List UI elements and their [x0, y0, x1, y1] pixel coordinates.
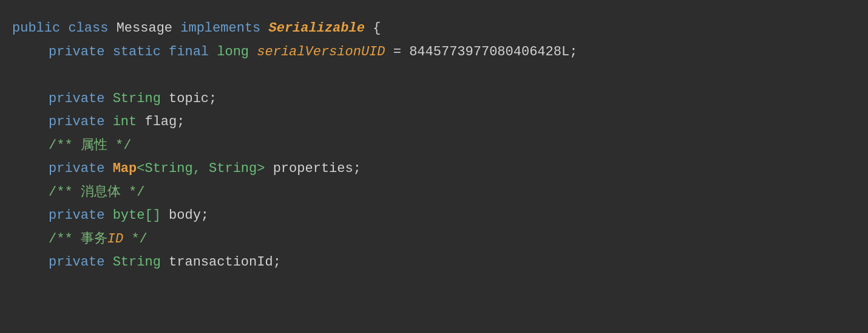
code-token: private — [49, 204, 104, 228]
code-token: ; — [353, 157, 361, 181]
code-token — [104, 41, 112, 64]
code-token: <String, String> — [137, 157, 265, 181]
code-token: */ — [123, 228, 147, 252]
code-token — [104, 157, 112, 181]
code-token: private — [49, 111, 104, 134]
code-token — [209, 41, 217, 64]
code-line-line3 — [12, 64, 856, 88]
code-token: ; — [201, 204, 209, 228]
code-token — [161, 251, 169, 275]
code-line-line2: private static final long serialVersionU… — [49, 41, 856, 64]
code-token — [108, 17, 116, 41]
code-token — [249, 41, 257, 64]
code-line-line10: /** 事务ID */ — [49, 228, 856, 252]
code-token: Serializable — [269, 17, 365, 41]
code-token — [172, 17, 180, 41]
code-token: static — [113, 41, 161, 64]
code-token: ; — [569, 41, 577, 64]
code-token: ID — [107, 228, 123, 252]
code-token: byte[] — [113, 204, 161, 228]
code-token: private — [49, 157, 104, 181]
code-token: public — [12, 17, 60, 41]
code-token — [60, 17, 68, 41]
code-token: properties — [273, 157, 353, 181]
code-token: transactionId — [169, 251, 273, 275]
code-token: ; — [177, 111, 185, 134]
code-token — [161, 41, 169, 64]
code-token: ; — [209, 88, 217, 111]
code-token: String — [113, 251, 161, 275]
code-token: String — [113, 88, 161, 111]
code-token: private — [49, 41, 104, 64]
code-token: class — [68, 17, 108, 41]
code-token: topic — [169, 88, 209, 111]
code-token: ; — [273, 251, 281, 275]
code-token — [265, 157, 273, 181]
code-line-line4: private String topic; — [49, 88, 856, 111]
code-line-line5: private int flag; — [49, 111, 856, 134]
code-line-line9: private byte[] body; — [49, 204, 856, 228]
code-token: 8445773977080406428L — [409, 41, 569, 64]
code-token — [104, 251, 112, 275]
code-token: body — [169, 204, 201, 228]
code-token: { — [365, 17, 381, 41]
code-token — [104, 204, 112, 228]
code-token — [161, 88, 169, 111]
code-token: /** 消息体 */ — [49, 181, 144, 205]
code-token: Map — [113, 157, 137, 181]
code-token: /** 属性 */ — [49, 134, 131, 158]
code-token: flag — [144, 111, 177, 134]
code-token: long — [217, 41, 249, 64]
code-token — [104, 88, 112, 111]
code-token: Message — [117, 17, 172, 41]
code-line-line11: private String transactionId; — [49, 251, 856, 275]
code-line-line8: /** 消息体 */ — [49, 181, 856, 205]
code-token: final — [169, 41, 209, 64]
code-token: int — [113, 111, 137, 134]
code-token — [104, 111, 112, 134]
code-token: = — [385, 41, 410, 64]
code-token — [161, 204, 169, 228]
code-line-line7: private Map<String, String> properties; — [49, 157, 856, 181]
code-token: private — [49, 251, 104, 275]
code-line-line6: /** 属性 */ — [49, 134, 856, 158]
code-line-line1: public class Message implements Serializ… — [12, 17, 856, 41]
code-token: implements — [180, 17, 260, 41]
code-token: serialVersionUID — [257, 41, 385, 64]
code-token: /** 事务 — [49, 228, 107, 252]
code-token: private — [49, 88, 104, 111]
code-container: public class Message implements Serializ… — [0, 0, 868, 333]
code-token — [137, 111, 144, 134]
code-token — [260, 17, 268, 41]
